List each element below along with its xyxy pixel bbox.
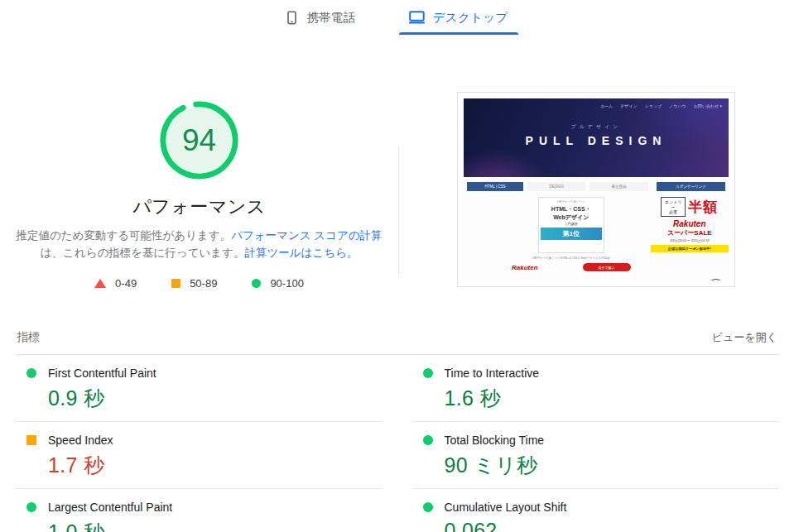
metric-speed-index: Speed Index 1.7 秒 [16, 422, 383, 489]
legend-average-range: 50-89 [190, 277, 217, 290]
pass-circle-icon [252, 279, 261, 288]
metric-value: 1.7 秒 [48, 452, 383, 479]
book-topline: 1冊ですべて身につく [541, 200, 602, 204]
tab-desktop-label: デスクトップ [433, 10, 508, 26]
book-title-line3: 入門講座 [541, 222, 602, 226]
metric-label: Cumulative Layout Shift [445, 501, 567, 514]
desktop-icon [409, 11, 425, 24]
calculator-link[interactable]: 計算ツールはこちら。 [244, 247, 358, 259]
ad-half-price: 半額 [688, 198, 718, 217]
book-title-line2: Webデザイン [541, 213, 602, 222]
site-category-tabs: HTML | CSS DESIGN 最近投稿 スポンサーリンク [467, 182, 725, 191]
device-tab-bar: 携帯電話 デスクトップ [0, 0, 794, 35]
metric-label: Speed Index [48, 434, 113, 447]
tab-mobile[interactable]: 携帯電話 [271, 0, 370, 35]
ad-rakuten-logo: Rakuten [651, 219, 729, 228]
pass-circle-icon [26, 502, 36, 512]
open-view-button[interactable]: ビューを開く [712, 330, 777, 345]
average-square-icon [26, 435, 36, 445]
site-hero-banner: ホーム デザイン ショップ ノウハウ お問い合わせ ▾ プルデザイン PULL … [464, 98, 729, 177]
metrics-grid: First Contentful Paint 0.9 秒 Time to Int… [16, 355, 778, 532]
average-square-icon [171, 279, 180, 288]
site-nav-menu: ホーム デザイン ショップ ノウハウ お問い合わせ ▾ [464, 98, 729, 108]
ad-entry-line1: エントリー [665, 199, 681, 209]
site-sponsor-tab: スポンサーリンク [657, 182, 725, 191]
metric-largest-contentful-paint: Largest Contentful Paint 1.0 秒 [16, 489, 383, 532]
metric-total-blocking-time: Total Blocking Time 90 ミリ秒 [412, 422, 779, 489]
site-logo: WD [708, 279, 724, 280]
metric-value: 1.6 秒 [445, 385, 779, 412]
metrics-title: 指標 [17, 330, 40, 345]
book-title-line1: HTML・CSS・ [541, 205, 602, 213]
ad-super-sale: スーパーSALE [651, 228, 729, 237]
site-tab: 最近投稿 [589, 182, 647, 191]
metric-time-to-interactive: Time to Interactive 1.6 秒 [412, 355, 779, 422]
performance-summary: 94 パフォーマンス 推定値のため変動する可能性があります。パフォーマンス スコ… [0, 35, 398, 323]
metric-first-contentful-paint: First Contentful Paint 0.9 秒 [16, 355, 383, 422]
site-title: PULL DESIGN [464, 134, 729, 147]
tab-mobile-label: 携帯電話 [306, 10, 355, 26]
legend-average: 50-89 [171, 277, 217, 290]
buy-button: 楽天で購入 [583, 263, 631, 271]
site-footer-tabs: Print | 通販印刷 Design | デザイン Web | ウェブ Kno… [469, 279, 724, 280]
tab-desktop[interactable]: デスクトップ [394, 0, 523, 35]
book-caption: 1冊ですべて身につくHTML & CSSとWebデザイン入門講座 [510, 256, 633, 260]
legend-pass-range: 90-100 [270, 277, 303, 290]
score-legend: 0-49 50-89 90-100 [0, 277, 398, 290]
fail-triangle-icon [94, 279, 106, 288]
site-nav-item: ホーム [600, 103, 613, 108]
final-screenshot-thumbnail: ホーム デザイン ショップ ノウハウ お問い合わせ ▾ プルデザイン PULL … [457, 92, 735, 287]
ad-entry-required: エントリー必要 [661, 197, 686, 217]
rakuten-logo: Rakuten [512, 264, 538, 271]
book-cover: 1冊ですべて身につく HTML・CSS・ Webデザイン 入門講座 第1位 [538, 197, 604, 253]
metric-label: Largest Contentful Paint [48, 501, 172, 514]
site-subtitle: プルデザイン [464, 123, 729, 131]
pass-circle-icon [423, 435, 433, 445]
site-content-row: 1冊ですべて身につく HTML・CSS・ Webデザイン 入門講座 第1位 1冊… [464, 197, 729, 271]
book-rank-badge: 第1位 [541, 228, 602, 240]
book-product-card: 1冊ですべて身につく HTML・CSS・ Webデザイン 入門講座 第1位 1冊… [510, 197, 633, 271]
metric-value: 1.0 秒 [48, 519, 383, 532]
desc-text-1: 推定値のため変動する可能性があります。 [16, 229, 231, 242]
site-nav-item: お問い合わせ ▾ [694, 103, 722, 108]
ad-header: エントリー必要 半額 [651, 197, 729, 217]
metric-label: Time to Interactive [445, 367, 540, 380]
ad-coupon-strip: お得な限定クーポン配布中! [651, 245, 729, 252]
metric-value: 0.062 [445, 519, 779, 532]
performance-score-gauge: 94 [159, 100, 239, 180]
mobile-icon [286, 11, 298, 25]
performance-description: 推定値のため変動する可能性があります。パフォーマンス スコアの計算は、これらの指… [12, 227, 387, 261]
site-nav-item: ノウハウ [669, 103, 686, 108]
book-store-row: Rakuten 楽天で購入 [510, 263, 633, 271]
metric-value: 90 ミリ秒 [445, 452, 779, 479]
legend-fail: 0-49 [94, 277, 137, 290]
performance-title: パフォーマンス [0, 194, 398, 219]
site-hero-text: プルデザイン PULL DESIGN [464, 123, 729, 147]
metric-label: Total Blocking Time [445, 434, 545, 447]
site-tab: HTML | CSS [467, 182, 523, 191]
legend-fail-range: 0-49 [115, 277, 137, 290]
metric-label: First Contentful Paint [48, 367, 156, 380]
metric-value: 0.9 秒 [48, 385, 383, 412]
metric-cumulative-layout-shift: Cumulative Layout Shift 0.062 [412, 489, 779, 532]
ad-date-range: 3/4(土)20:00 〜 3/11(土)01:59 [651, 239, 729, 242]
performance-score: 94 [159, 100, 239, 180]
screenshot-column: ホーム デザイン ショップ ノウハウ お問い合わせ ▾ プルデザイン PULL … [398, 35, 794, 323]
pass-circle-icon [26, 368, 36, 378]
summary-section: 94 パフォーマンス 推定値のため変動する可能性があります。パフォーマンス スコ… [0, 35, 794, 323]
pagespeed-results-page: 携帯電話 デスクトップ 94 パフォーマンス 推定値のため変動する可能性がありま… [0, 0, 794, 532]
site-tab: DESIGN [527, 182, 585, 191]
ad-entry-line2: 必要 [669, 209, 677, 214]
site-preview: ホーム デザイン ショップ ノウハウ お問い合わせ ▾ プルデザイン PULL … [464, 98, 729, 280]
sale-ad-banner: エントリー必要 半額 Rakuten スーパーSALE 3/4(土)20:00 … [651, 197, 729, 271]
site-nav-item: デザイン [620, 103, 637, 108]
desc-text-2: は、これらの指標を基に行っています。 [41, 247, 245, 259]
column-divider [398, 146, 399, 275]
score-calc-link[interactable]: パフォーマンス スコアの計算 [231, 229, 382, 242]
pass-circle-icon [423, 502, 433, 512]
metrics-header: 指標 ビューを開く [16, 323, 778, 355]
pass-circle-icon [423, 368, 433, 378]
site-nav-item: ショップ [645, 103, 662, 108]
legend-pass: 90-100 [252, 277, 303, 290]
